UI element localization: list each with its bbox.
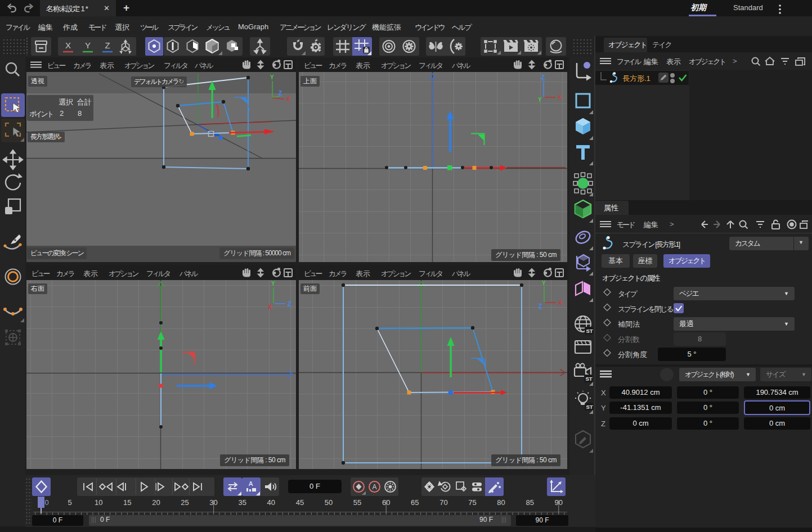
svg-text:X: X — [286, 96, 290, 102]
svg-text:ST: ST — [586, 328, 593, 334]
svg-text:X: X — [558, 300, 562, 306]
svg-text:ST: ST — [586, 404, 593, 410]
svg-text:A: A — [249, 480, 253, 487]
svg-text:X: X — [65, 40, 71, 50]
svg-text:X: X — [268, 304, 272, 310]
svg-text:ST: ST — [586, 376, 593, 382]
svg-text:Y: Y — [270, 74, 274, 80]
svg-text:Z: Z — [105, 40, 110, 50]
svg-text:Z: Z — [288, 301, 291, 307]
svg-text:長方形.1: 長方形.1 — [622, 74, 651, 83]
svg-text:Y: Y — [538, 97, 542, 103]
svg-text:X: X — [558, 94, 562, 101]
svg-text:Y: Y — [85, 40, 91, 50]
svg-text:Y: Y — [271, 281, 275, 287]
svg-text:Y: Y — [542, 280, 546, 286]
svg-text:Z: Z — [539, 303, 542, 309]
svg-text:A: A — [373, 483, 377, 491]
svg-text:Z: Z — [541, 74, 545, 80]
svg-text:Z: Z — [279, 90, 282, 96]
